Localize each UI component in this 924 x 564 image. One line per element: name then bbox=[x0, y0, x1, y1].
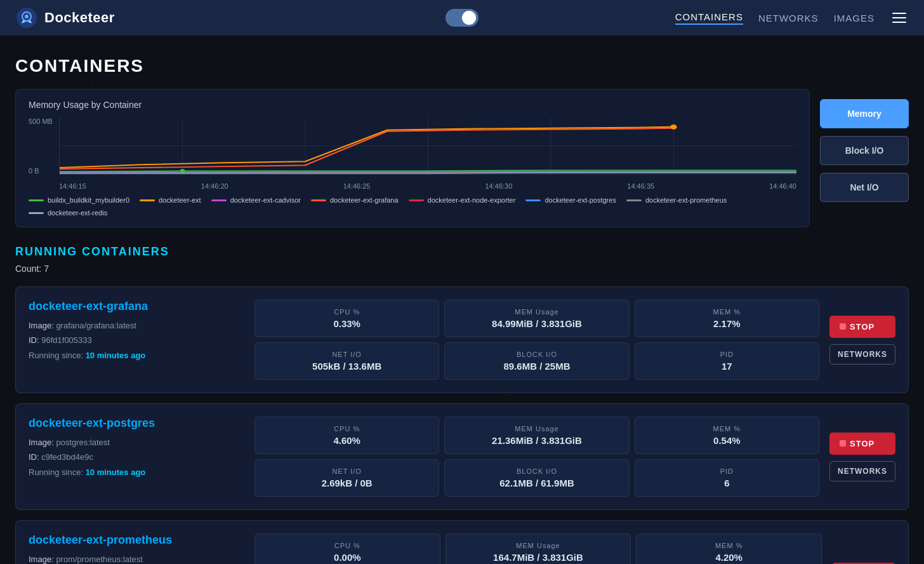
container-card-postgres: docketeer-ext-postgres Image: postgres:l… bbox=[15, 403, 909, 510]
svg-point-3 bbox=[22, 20, 25, 23]
chart-section: Memory Usage by Container 500 MB 0 B bbox=[15, 89, 909, 227]
stat-net-value-grafana: 505kB / 13.6MB bbox=[264, 361, 430, 372]
stat-memp-value-prometheus: 4.20% bbox=[645, 552, 812, 563]
legend-color-0 bbox=[29, 199, 44, 201]
container-name-postgres: docketeer-ext-postgres bbox=[29, 417, 244, 430]
stat-mem-value-grafana: 84.99MiB / 3.831GiB bbox=[454, 318, 619, 329]
stat-pid-value-grafana: 17 bbox=[644, 361, 810, 372]
id-value-postgres: c9fed3bd4e9c bbox=[41, 452, 93, 462]
chart-y-labels: 500 MB 0 B bbox=[29, 117, 54, 175]
container-meta-postgres: Image: postgres:latest ID: c9fed3bd4e9c … bbox=[29, 435, 244, 480]
stop-button-grafana[interactable]: STOP bbox=[829, 316, 895, 338]
stat-cpu-label-grafana: CPU % bbox=[264, 308, 430, 316]
stat-cpu-prometheus: CPU % 0.00% bbox=[254, 534, 440, 564]
stat-pid-grafana: PID 17 bbox=[635, 342, 819, 380]
legend-item-2: docketeer-ext-cadvisor bbox=[211, 196, 301, 204]
card-actions-postgres: STOP NETWORKS bbox=[829, 417, 895, 497]
networks-button-postgres[interactable]: NETWORKS bbox=[829, 461, 895, 481]
chart-area: 500 MB 0 B bbox=[29, 117, 796, 175]
image-value-grafana: grafana/grafana:latest bbox=[56, 321, 136, 330]
stat-block-grafana: BLOCK I/O 89.6MB / 25MB bbox=[444, 342, 629, 380]
hamburger-line-1 bbox=[892, 13, 906, 14]
stat-cpu-label-prometheus: CPU % bbox=[264, 542, 431, 549]
stat-net-postgres: NET I/O 2.69kB / 0B bbox=[254, 459, 439, 497]
stat-block-postgres: BLOCK I/O 62.1MB / 61.9MB bbox=[444, 459, 629, 497]
stat-mem-pct-prometheus: MEM % 4.20% bbox=[636, 534, 822, 564]
legend-label-0: buildx_buildkit_mybuilder0 bbox=[48, 196, 129, 204]
nav-networks[interactable]: NETWORKS bbox=[758, 13, 819, 24]
theme-toggle[interactable] bbox=[446, 9, 478, 27]
legend-item-0: buildx_buildkit_mybuilder0 bbox=[29, 196, 129, 204]
stat-mem-label-postgres: MEM Usage bbox=[454, 425, 619, 433]
navbar-center bbox=[313, 9, 610, 27]
chart-buttons-panel: Memory Block I/O Net I/O bbox=[820, 89, 909, 227]
running-since-postgres: 10 minutes ago bbox=[86, 467, 146, 477]
legend-item-7: docketeer-ext-redis bbox=[29, 209, 107, 217]
id-value-grafana: 96fd1f005333 bbox=[41, 335, 92, 345]
nav-containers[interactable]: CONTAINERS bbox=[675, 11, 743, 25]
x-label-5: 14:46:35 bbox=[627, 182, 654, 190]
networks-button-grafana[interactable]: NETWORKS bbox=[829, 344, 895, 365]
legend-color-5 bbox=[525, 199, 541, 201]
container-name-prometheus: docketeer-ext-prometheus bbox=[29, 534, 244, 547]
stat-mem-usage-postgres: MEM Usage 21.36MiB / 3.831GiB bbox=[444, 417, 629, 454]
toggle-knob bbox=[462, 11, 476, 25]
main-content: CONTAINERS Memory Usage by Container 500… bbox=[0, 36, 924, 564]
legend-color-6 bbox=[626, 199, 642, 201]
chart-title: Memory Usage by Container bbox=[29, 100, 796, 110]
image-label-grafana: Image: bbox=[29, 321, 54, 330]
legend-color-3 bbox=[311, 199, 326, 201]
count-label: Count: bbox=[15, 264, 41, 274]
stat-memp-value-grafana: 2.17% bbox=[644, 318, 810, 329]
container-info-grafana: docketeer-ext-grafana Image: grafana/gra… bbox=[29, 300, 244, 380]
legend-item-5: docketeer-ext-postgres bbox=[525, 196, 616, 204]
container-meta-prometheus: Image: prom/prometheus:latest bbox=[29, 552, 244, 564]
chart-svg bbox=[60, 117, 796, 174]
stat-mem-value-prometheus: 164.7MiB / 3.831GiB bbox=[455, 552, 622, 563]
stats-grid-grafana: CPU % 0.33% MEM Usage 84.99MiB / 3.831Gi… bbox=[254, 300, 819, 380]
stat-pid-label-grafana: PID bbox=[644, 351, 810, 358]
container-card-prometheus: docketeer-ext-prometheus Image: prom/pro… bbox=[15, 520, 909, 564]
stat-mem-pct-postgres: MEM % 0.54% bbox=[635, 417, 819, 454]
block-io-button[interactable]: Block I/O bbox=[820, 136, 909, 165]
image-label-prometheus: Image: bbox=[29, 554, 54, 564]
running-containers-title: RUNNING CONTAINERS bbox=[15, 245, 909, 258]
stop-label-grafana: STOP bbox=[850, 322, 874, 332]
legend-label-4: docketeer-ext-node-exporter bbox=[428, 196, 516, 204]
card-actions-prometheus: STOP bbox=[832, 534, 895, 564]
stat-mem-usage-prometheus: MEM Usage 164.7MiB / 3.831GiB bbox=[446, 534, 631, 564]
chart-x-labels: 14:46:15 14:46:20 14:46:25 14:46:30 14:4… bbox=[59, 180, 796, 190]
stat-mem-pct-grafana: MEM % 2.17% bbox=[635, 300, 819, 337]
image-label-postgres: Image: bbox=[29, 438, 54, 447]
legend-color-4 bbox=[409, 199, 424, 201]
legend-color-2 bbox=[211, 199, 227, 201]
legend-label-7: docketeer-ext-redis bbox=[48, 209, 107, 217]
stat-mem-value-postgres: 21.36MiB / 3.831GiB bbox=[454, 435, 619, 446]
stat-cpu-value-prometheus: 0.00% bbox=[264, 552, 431, 563]
x-label-2: 14:46:20 bbox=[201, 182, 228, 190]
memory-button[interactable]: Memory bbox=[820, 99, 909, 128]
id-label-grafana: ID: bbox=[29, 335, 39, 345]
stat-mem-label-grafana: MEM Usage bbox=[454, 308, 619, 316]
stop-button-postgres[interactable]: STOP bbox=[829, 433, 895, 455]
legend-color-1 bbox=[140, 199, 155, 201]
container-name-grafana: docketeer-ext-grafana bbox=[29, 300, 244, 313]
legend-color-7 bbox=[29, 212, 44, 214]
x-label-4: 14:46:30 bbox=[485, 182, 512, 190]
container-meta-grafana: Image: grafana/grafana:latest ID: 96fd1f… bbox=[29, 318, 244, 363]
legend-label-1: docketeer-ext bbox=[159, 196, 201, 204]
nav-images[interactable]: IMAGES bbox=[834, 13, 874, 24]
logo-text: Docketeer bbox=[44, 10, 115, 26]
stat-cpu-value-postgres: 4.60% bbox=[264, 435, 430, 446]
stat-memp-label-postgres: MEM % bbox=[644, 425, 810, 433]
stat-block-value-grafana: 89.6MB / 25MB bbox=[454, 361, 619, 372]
net-io-button[interactable]: Net I/O bbox=[820, 173, 909, 202]
hamburger-line-3 bbox=[892, 22, 906, 23]
legend-item-4: docketeer-ext-node-exporter bbox=[409, 196, 516, 204]
hamburger-menu[interactable] bbox=[890, 10, 909, 25]
svg-point-2 bbox=[25, 15, 29, 18]
stat-mem-usage-grafana: MEM Usage 84.99MiB / 3.831GiB bbox=[444, 300, 629, 337]
stat-pid-label-postgres: PID bbox=[644, 467, 810, 475]
image-value-postgres: postgres:latest bbox=[56, 438, 110, 447]
count-value: 7 bbox=[44, 264, 49, 274]
